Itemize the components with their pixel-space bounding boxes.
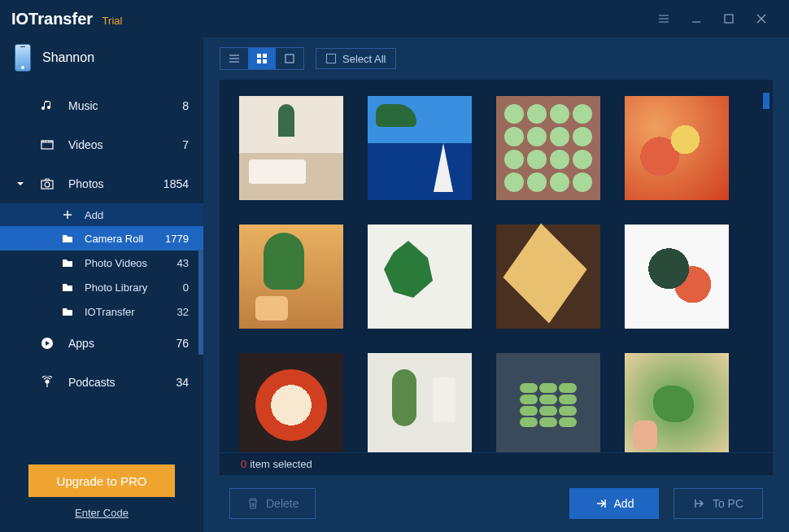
sidebar-scrollbar[interactable] <box>198 249 203 355</box>
photo-thumbnail[interactable] <box>496 96 600 200</box>
nav-label: Music <box>68 99 182 112</box>
nav-label: Apps <box>68 337 176 350</box>
folder-icon <box>62 257 76 268</box>
svg-point-5 <box>46 380 49 383</box>
svg-rect-6 <box>257 54 261 58</box>
photo-thumbnail[interactable] <box>496 225 600 329</box>
photo-thumbnail[interactable] <box>239 353 343 452</box>
folder-icon <box>62 281 76 293</box>
album-photo-videos[interactable]: Photo Videos 43 <box>0 251 203 275</box>
sidebar: Shannon Music 8 Videos 7 Photos 1854 <box>0 37 203 532</box>
svg-rect-10 <box>286 55 294 63</box>
add-label: Add <box>614 497 634 510</box>
photo-thumbnail[interactable] <box>239 225 343 329</box>
svg-rect-7 <box>263 54 267 58</box>
close-button[interactable] <box>745 6 778 32</box>
app-logo: IOTransfer Trial <box>11 10 122 28</box>
nav-count: 8 <box>182 99 189 112</box>
album-label: Photo Videos <box>85 257 177 269</box>
plus-icon <box>62 209 76 220</box>
view-grid-button[interactable] <box>248 48 276 69</box>
gallery <box>220 80 773 452</box>
nav-count: 76 <box>176 337 189 350</box>
photo-thumbnail[interactable] <box>368 225 472 329</box>
app-name: IOTransfer <box>11 10 93 28</box>
album-count: 32 <box>177 306 189 318</box>
svg-rect-8 <box>257 59 261 63</box>
select-all-label: Select All <box>342 53 386 65</box>
folder-icon <box>62 233 76 244</box>
delete-button[interactable]: Delete <box>229 488 316 519</box>
album-label: Photo Library <box>85 281 183 294</box>
to-pc-label: To PC <box>713 497 743 510</box>
phone-icon <box>15 44 31 72</box>
enter-code-link[interactable]: Enter Code <box>75 507 129 519</box>
photo-thumbnail[interactable] <box>239 96 343 200</box>
camera-icon <box>41 177 60 190</box>
nav-music[interactable]: Music 8 <box>0 86 203 125</box>
album-count: 1779 <box>165 233 189 245</box>
nav-podcasts[interactable]: Podcasts 34 <box>0 363 203 402</box>
nav-count: 34 <box>176 376 189 389</box>
apps-icon <box>41 337 60 350</box>
photo-thumbnail[interactable] <box>368 96 472 200</box>
music-icon <box>41 99 60 112</box>
sidebar-footer: Upgrade to PRO Enter Code <box>0 451 203 532</box>
album-label: IOTransfer <box>85 306 177 318</box>
import-icon <box>595 497 608 510</box>
view-large-button[interactable] <box>276 48 303 69</box>
album-iotransfer[interactable]: IOTransfer 32 <box>0 299 203 324</box>
selection-text: item selected <box>250 458 312 470</box>
photo-thumbnail[interactable] <box>625 353 729 452</box>
nav-apps[interactable]: Apps 76 <box>0 324 203 363</box>
selection-count: 0 <box>241 458 246 470</box>
photo-thumbnail[interactable] <box>625 96 729 200</box>
folder-icon <box>62 306 76 317</box>
album-label: Camera Roll <box>85 233 165 245</box>
chevron-down-icon <box>16 177 28 190</box>
photo-thumbnail[interactable] <box>368 353 472 452</box>
delete-label: Delete <box>266 497 299 510</box>
nav-count: 1854 <box>163 177 189 190</box>
to-pc-button[interactable]: To PC <box>673 488 763 519</box>
nav-label: Photos <box>68 177 163 190</box>
checkbox-icon <box>326 54 336 63</box>
select-all-button[interactable]: Select All <box>316 48 396 69</box>
upgrade-button[interactable]: Upgrade to PRO <box>28 464 175 497</box>
menu-icon[interactable] <box>647 6 680 32</box>
album-count: 0 <box>183 281 189 294</box>
export-icon <box>693 497 706 510</box>
titlebar: IOTransfer Trial <box>0 0 789 37</box>
view-list-button[interactable] <box>220 48 248 69</box>
video-icon <box>41 138 60 151</box>
album-camera-roll[interactable]: Camera Roll 1779 <box>0 226 203 251</box>
add-label: Add <box>85 209 189 221</box>
photo-thumbnail[interactable] <box>496 353 600 452</box>
view-mode-group <box>220 47 304 70</box>
nav-videos[interactable]: Videos 7 <box>0 125 203 164</box>
svg-point-3 <box>45 182 50 187</box>
toolbar: Select All <box>203 37 789 80</box>
maximize-button[interactable] <box>713 6 745 32</box>
gallery-scrollbar[interactable] <box>763 93 769 109</box>
nav-label: Videos <box>68 138 182 151</box>
minimize-button[interactable] <box>680 6 713 32</box>
album-count: 43 <box>177 257 189 269</box>
app-edition: Trial <box>102 15 123 27</box>
nav-photos[interactable]: Photos 1854 <box>0 164 203 203</box>
photos-add-button[interactable]: Add <box>0 203 203 226</box>
status-bar: 0 item selected <box>220 452 773 475</box>
add-button[interactable]: Add <box>569 488 659 519</box>
action-bar: Delete Add To PC <box>203 475 789 532</box>
device-header[interactable]: Shannon <box>0 37 203 86</box>
svg-rect-9 <box>263 59 267 63</box>
photo-thumbnail[interactable] <box>625 225 729 329</box>
podcast-icon <box>41 376 60 389</box>
svg-rect-0 <box>725 15 733 23</box>
trash-icon <box>246 497 259 510</box>
content-pane: Select All 0 item selected <box>203 37 789 532</box>
nav-list: Music 8 Videos 7 Photos 1854 Add Camera <box>0 86 203 451</box>
device-name: Shannon <box>42 50 94 65</box>
nav-count: 7 <box>182 138 189 151</box>
album-photo-library[interactable]: Photo Library 0 <box>0 275 203 299</box>
